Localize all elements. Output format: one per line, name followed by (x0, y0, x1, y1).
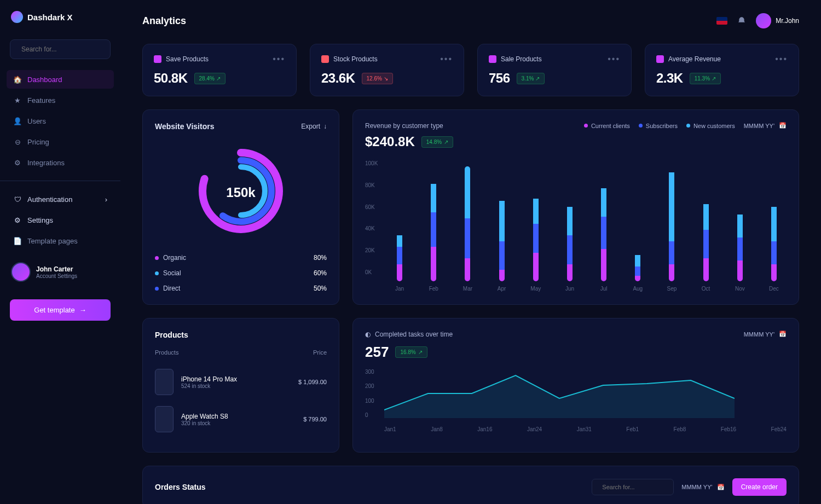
bar-col: May (523, 166, 548, 292)
products-card: Products Products Price iPhone 14 Pro Ma… (142, 318, 339, 453)
product-image (155, 406, 174, 432)
bar-stack (499, 166, 505, 281)
sidebar-item-pricing[interactable]: ⊖Pricing (7, 132, 114, 151)
bar-stack (771, 166, 777, 281)
divider (0, 181, 120, 181)
bar-label: Nov (735, 286, 745, 292)
bar-label: Apr (498, 286, 506, 292)
star-icon: ★ (13, 96, 22, 105)
bar-stack (397, 166, 402, 281)
stat-icon (656, 55, 664, 63)
user-sub: Account Settings (36, 273, 77, 279)
sidebar-item-authentication[interactable]: 🛡Authentication › (7, 190, 114, 208)
stat-card-3: Average Revenue ••• 2.3K 11.3% ↗ (645, 44, 799, 96)
user-name: John Carter (36, 265, 77, 273)
bar-label: Jul (600, 286, 608, 292)
orders-search-input[interactable] (602, 484, 678, 490)
bell-icon[interactable] (737, 16, 746, 25)
download-icon: ↓ (323, 123, 327, 130)
revenue-delta: 14.8% ↗ (421, 136, 453, 148)
stat-value: 756 (489, 71, 510, 86)
search-input[interactable] (21, 45, 103, 53)
stat-label: Save Products (166, 55, 209, 63)
revenue-subtitle: Revenue by customer type (365, 122, 453, 130)
orders-date-picker[interactable]: MMMM YY'📅 (681, 484, 724, 491)
bar-col: Jan (387, 166, 412, 292)
bar-label: Mar (463, 286, 472, 292)
line-chart: 3002001000 Jan1Jan8Jan16Jan24Jan31Feb1Fe… (365, 369, 787, 440)
bar-col: Jul (591, 166, 616, 292)
user-menu[interactable]: Mr.John (756, 13, 799, 28)
sidebar-search[interactable] (10, 39, 111, 59)
stats-row: Save Products ••• 50.8K 28.4% ↗ Stock Pr… (142, 44, 799, 96)
stat-delta: 28.4% ↗ (194, 73, 226, 84)
more-icon[interactable]: ••• (608, 54, 620, 64)
more-icon[interactable]: ••• (775, 54, 788, 64)
legend-dot (639, 124, 643, 128)
bar-stack (431, 166, 436, 281)
orders-card: Orders Status MMMM YY'📅 Create order (142, 466, 799, 504)
stat-value: 23.6K (321, 71, 355, 86)
bar-chart: 100K80K60K40K20K0K Jan Feb Mar Apr May J… (365, 160, 787, 292)
svg-marker-5 (384, 375, 735, 418)
legend-dot (155, 287, 159, 291)
bar-label: Dec (769, 286, 779, 292)
sidebar-item-integrations[interactable]: ⚙Integrations (7, 153, 114, 172)
legend-dot (584, 124, 588, 128)
tasks-date-picker[interactable]: MMMM YY'📅 (744, 331, 787, 338)
logo[interactable]: Dashdark X (0, 11, 120, 34)
more-icon[interactable]: ••• (273, 54, 285, 64)
sidebar-item-template-pages[interactable]: 📄Template pages (7, 231, 114, 250)
bar-col: Apr (489, 166, 514, 292)
tag-icon: ⊖ (13, 137, 22, 146)
sidebar-item-features[interactable]: ★Features (7, 91, 114, 109)
product-stock: 320 in stock (181, 420, 228, 426)
sidebar-item-dashboard[interactable]: 🏠Dashboard (7, 70, 114, 89)
donut-center: 150k (226, 185, 255, 200)
revenue-legend: Current clientsSubscribersNew customersM… (584, 122, 787, 129)
locale-flag-icon[interactable] (716, 17, 727, 25)
stat-label: Sale Products (501, 55, 542, 63)
product-row[interactable]: Apple Watch S8320 in stock $ 799.00 (155, 401, 327, 438)
product-row[interactable]: iPhone 14 Pro Max524 in stock $ 1,099.00 (155, 363, 327, 401)
stat-value: 2.3K (656, 71, 683, 86)
calendar-icon: 📅 (717, 484, 725, 491)
create-order-button[interactable]: Create order (732, 478, 787, 496)
stat-card-0: Save Products ••• 50.8K 28.4% ↗ (142, 44, 297, 96)
bar-col: Jun (557, 166, 582, 292)
line-x-axis: Jan1Jan8Jan16Jan24Jan31Feb1Feb8Feb16Feb2… (384, 426, 787, 432)
stat-card-2: Sale Products ••• 756 3.1% ↗ (477, 44, 632, 96)
tasks-title: Completed tasks over time (375, 331, 453, 338)
bar-label: Oct (702, 286, 710, 292)
more-icon[interactable]: ••• (440, 54, 453, 64)
bar-label: Jun (565, 286, 574, 292)
revenue-card: Revenue by customer type $240.8K 14.8% ↗… (352, 109, 799, 305)
export-button[interactable]: Export↓ (301, 123, 327, 130)
orders-search[interactable] (592, 479, 674, 495)
line-y-axis: 3002001000 (365, 369, 374, 418)
legend-row: Direct 50% (155, 285, 327, 292)
user-block[interactable]: John Carter Account Settings (0, 256, 120, 288)
clock-icon: ◐ (365, 331, 371, 338)
stat-icon (321, 55, 329, 63)
user-icon: 👤 (13, 117, 22, 125)
stat-icon (489, 55, 496, 63)
revenue-date-picker[interactable]: MMMM YY' 📅 (744, 122, 787, 129)
bar-label: Feb (429, 286, 438, 292)
stat-label: Average Revenue (668, 55, 721, 63)
bar-stack (703, 166, 709, 281)
legend-dot (155, 256, 159, 260)
bar-label: May (530, 286, 541, 292)
header: Analytics Mr.John (142, 13, 799, 28)
get-template-button[interactable]: Get template→ (10, 299, 111, 321)
bar-col: Mar (455, 166, 480, 292)
sidebar-item-settings[interactable]: ⚙Settings (7, 211, 114, 229)
bar-stack (533, 166, 539, 281)
legend-item: New customers (686, 123, 735, 129)
nav-primary: 🏠Dashboard ★Features 👤Users ⊖Pricing ⚙In… (0, 70, 120, 172)
logo-icon (11, 11, 23, 23)
sidebar-item-users[interactable]: 👤Users (7, 112, 114, 130)
product-price: $ 1,099.00 (298, 379, 327, 385)
stat-delta: 3.1% ↗ (517, 73, 545, 84)
products-title: Products (155, 331, 327, 339)
